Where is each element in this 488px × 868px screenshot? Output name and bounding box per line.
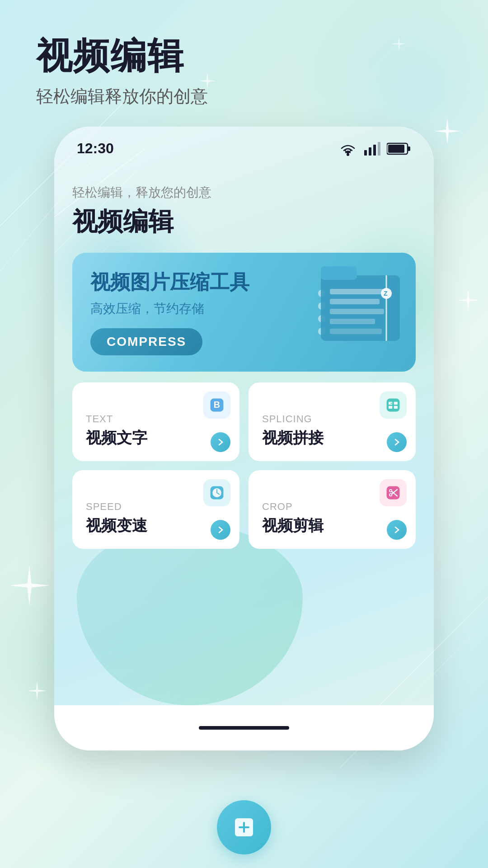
status-icons [338,141,411,156]
feature-title-crop: 视频剪辑 [262,515,402,536]
splicing-feature-icon [380,392,407,419]
phone-content: 轻松编辑，释放您的创意 视频编辑 [54,161,434,567]
battery-icon [387,142,411,155]
feature-card-text[interactable]: B TEXT 视频文字 [72,382,239,461]
home-indicator [199,726,289,730]
svg-rect-11 [369,147,371,156]
phone-status-bar: 12:30 [54,127,434,161]
signal-icon [364,142,380,156]
feature-title-text: 视频文字 [86,428,226,448]
svg-text:B: B [214,400,220,410]
svg-rect-31 [394,402,398,405]
speed-feature-icon [203,479,230,506]
feature-arrow-speed[interactable] [211,520,230,540]
feature-card-speed[interactable]: SPEED 视频变速 [72,470,239,549]
feature-arrow-text[interactable] [211,432,230,452]
banner-title: 视频图片压缩工具 [90,269,398,296]
fab-button[interactable] [217,800,271,854]
sparkle-icon-3 [9,565,50,606]
svg-rect-16 [388,145,404,153]
svg-rect-12 [373,145,376,156]
compress-button[interactable]: COMPRESS [90,328,202,355]
svg-point-9 [347,153,349,156]
svg-rect-15 [408,146,410,151]
page-subtitle: 轻松编辑释放你的创意 [36,85,208,108]
feature-arrow-crop[interactable] [387,520,407,540]
page-main-title: 视频编辑 [36,36,208,76]
svg-rect-10 [364,150,367,156]
banner-card[interactable]: Z 视频图片压缩工具 高效压缩，节约存储 COMPRESS [72,253,416,372]
feature-card-splicing[interactable]: SPLICING 视频拼接 [249,382,416,461]
crop-feature-icon [380,479,407,506]
sparkle-icon-4 [27,681,47,701]
status-time: 12:30 [77,140,114,157]
svg-rect-32 [389,406,392,409]
banner-description: 高效压缩，节约存储 [90,300,398,317]
sparkle-icon-2 [457,289,479,311]
svg-rect-29 [387,399,400,412]
feature-title-splicing: 视频拼接 [262,428,402,448]
wifi-icon [338,141,358,156]
sparkle-icon-1 [434,118,461,145]
app-subtitle: 轻松编辑，释放您的创意 [72,184,416,201]
svg-rect-22 [330,319,375,324]
svg-rect-13 [378,142,380,156]
feature-title-speed: 视频变速 [86,515,226,536]
svg-rect-23 [330,329,382,334]
feature-arrow-splicing[interactable] [387,432,407,452]
sparkle-icon-6 [391,36,407,52]
text-feature-icon: B [203,392,230,419]
svg-point-44 [390,490,392,492]
app-title: 视频编辑 [72,205,416,239]
svg-point-45 [390,494,392,496]
phone-mockup: 12:30 [54,127,434,750]
features-grid: B TEXT 视频文字 [72,382,416,549]
phone-bottom-nav [54,705,434,750]
svg-rect-33 [394,406,398,409]
page-header: 视频编辑 轻松编辑释放你的创意 [36,36,208,108]
feature-card-crop[interactable]: CROP 视频剪辑 [249,470,416,549]
